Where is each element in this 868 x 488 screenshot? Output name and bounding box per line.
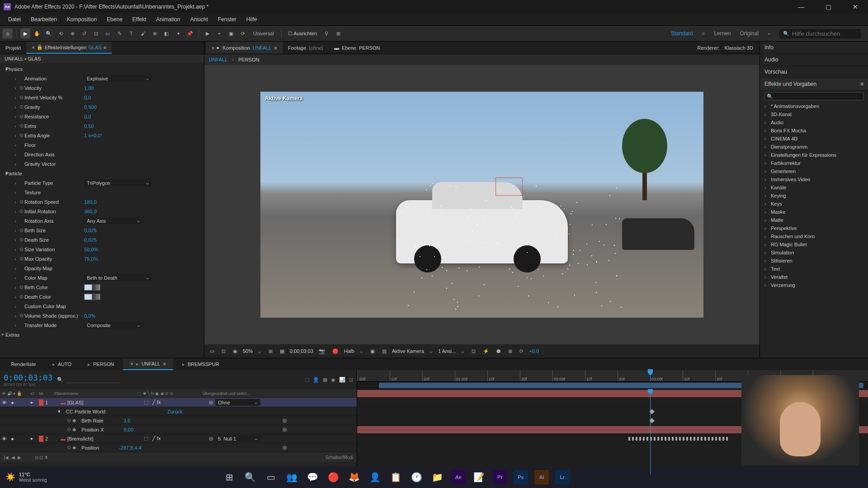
exposure-value[interactable]: +0,0 xyxy=(529,348,539,354)
layer-row[interactable]: ⊙ ◆Position X0,00◎ xyxy=(0,425,357,434)
grid-icon[interactable]: ⊞ xyxy=(267,347,274,355)
refresh-icon[interactable]: ⟳ xyxy=(518,347,525,355)
effects-search-input[interactable] xyxy=(764,92,863,100)
shy-icon[interactable]: 👤 xyxy=(313,377,319,383)
mask-tool[interactable]: ▭ xyxy=(103,28,113,38)
magnify-icon[interactable]: ▭ xyxy=(208,347,216,355)
effect-cat-audio[interactable]: Audio xyxy=(760,118,868,127)
prop-resistance[interactable]: ›⊙Resistance0,0 xyxy=(0,112,204,121)
taskbar-ai[interactable]: Ai xyxy=(533,468,551,486)
zoom-tool[interactable]: 🔍 xyxy=(44,28,54,38)
tab-composition[interactable]: × ▸ Komposition UNFALL ≡ xyxy=(206,42,283,54)
workspace-more-icon[interactable]: » xyxy=(768,31,770,36)
brush-tool[interactable]: 🖌 xyxy=(138,28,148,38)
prop-opacity-map[interactable]: ›Opacity Map xyxy=(0,263,204,273)
type-tool[interactable]: T xyxy=(126,28,136,38)
prop-birth-color[interactable]: ›⊙Birth Color xyxy=(0,282,204,292)
effect-cat-text[interactable]: Text xyxy=(760,265,868,273)
panel-audio[interactable]: Audio xyxy=(760,54,868,66)
tab-layer[interactable]: ▬ Ebene PERSON xyxy=(329,42,385,54)
taskbar-ps[interactable]: Ps xyxy=(512,468,530,486)
orbit-tool[interactable]: ⟲ xyxy=(56,28,66,38)
play-icon[interactable]: ▶ xyxy=(18,455,21,460)
prev-frame-icon[interactable]: ◀ xyxy=(11,455,15,460)
effect-cat-maske[interactable]: Maske xyxy=(760,208,868,216)
mask-icon[interactable]: ◉ xyxy=(231,347,239,355)
resolution-dd[interactable]: Halb xyxy=(344,348,354,354)
timeline-tab-bremsspur[interactable]: ▸ BREMSSPUR xyxy=(175,358,226,370)
effect-cat-immersives-video[interactable]: Immersives Video xyxy=(760,175,868,183)
taskbar-tasks[interactable]: ▭ xyxy=(262,468,280,486)
channel-icon[interactable]: 🔴 xyxy=(330,347,340,355)
prop-rotation-axis[interactable]: ›Rotation AxisAny Axis⌵ xyxy=(0,216,204,225)
panel-menu-icon[interactable]: ≡ xyxy=(104,45,106,50)
snapshot-icon[interactable]: 📷 xyxy=(317,347,327,355)
taskbar-notes[interactable]: 📝 xyxy=(470,468,488,486)
hand-tool[interactable]: ✋ xyxy=(32,28,42,38)
tab-effect-controls[interactable]: × 🔒 Effekteinstellungen GLAS ≡ xyxy=(26,42,112,54)
res-dd-icon[interactable]: ⌵ xyxy=(358,347,365,355)
comp-flow-icon[interactable]: ⬚ xyxy=(305,377,309,383)
effect-cat-kan-le[interactable]: Kanäle xyxy=(760,183,868,192)
taskbar-search[interactable]: 🔍 xyxy=(241,468,259,486)
playhead[interactable] xyxy=(650,370,651,381)
motion-blur-icon[interactable]: ◉ xyxy=(331,377,335,383)
pen-tool[interactable]: ✎ xyxy=(114,28,124,38)
alpha-icon[interactable]: ⊡ xyxy=(220,347,227,355)
prop-floor[interactable]: ›Floor xyxy=(0,140,204,150)
panel-effects-presets[interactable]: Effekte und Vorgaben ≡ xyxy=(760,78,868,90)
effect-cat-boris-fx-mocha[interactable]: Boris FX Mocha xyxy=(760,127,868,135)
effect-cat-keys[interactable]: Keys xyxy=(760,200,868,208)
layer-search-input[interactable] xyxy=(66,376,120,383)
effect-cat-veraltet[interactable]: Veraltet xyxy=(760,273,868,281)
switches-mode[interactable]: Schalter/Modi xyxy=(326,455,353,460)
layer-row[interactable]: ⊙ ◆Birth Rate3,6◎ xyxy=(0,416,357,425)
snap-opt-icon[interactable]: ⚲ xyxy=(321,28,331,38)
taskbar-files[interactable]: 📁 xyxy=(429,468,447,486)
box-tool[interactable]: ▣ xyxy=(226,28,236,38)
guide-icon[interactable]: ▦ xyxy=(278,347,286,355)
menu-ansicht[interactable]: Ansicht xyxy=(186,15,212,24)
workspace-lernen[interactable]: Lernen xyxy=(714,30,731,37)
layer-row[interactable]: 👁 ● ▸1▬[GLAS]⬚ ╱ fx◎ Ohne⌵ xyxy=(0,398,357,407)
eraser-tool[interactable]: ◧ xyxy=(161,28,171,38)
prop-animation[interactable]: ›AnimationExplosive⌵ xyxy=(0,74,204,83)
taskbar-app1[interactable]: 👤 xyxy=(366,468,384,486)
snap-grid-icon[interactable]: ⊞ xyxy=(333,28,343,38)
tab-footage[interactable]: Footage (ohne) xyxy=(283,42,329,54)
menu-datei[interactable]: Datei xyxy=(4,15,25,24)
composition-viewer[interactable]: Aktive Kamera xyxy=(204,65,760,344)
prop-volume-shade-approx-[interactable]: ›⊙Volume Shade (approx.)0,0% xyxy=(0,311,204,320)
taskbar-opera[interactable]: 🔴 xyxy=(325,468,343,486)
taskbar-teams[interactable]: 👥 xyxy=(283,468,301,486)
minimize-button[interactable]: — xyxy=(792,3,810,10)
layer-row[interactable]: ⊙ ◆Position-287,8,4,4◎ xyxy=(0,443,357,452)
layer-row[interactable]: 👁 ● ▸2▬[Bremslicht]⬚ ╱ fx◎ 5. Null 1⌵ xyxy=(0,434,357,443)
transparency-icon[interactable]: ▨ xyxy=(380,347,388,355)
prop-death-size[interactable]: ›⊙Death Size0,025 xyxy=(0,235,204,244)
camera-tool[interactable]: ↺ xyxy=(79,28,89,38)
goto-start-icon[interactable]: |◀ xyxy=(4,455,9,460)
effect-cat-rauschen-und-korn[interactable]: Rauschen und Korn xyxy=(760,232,868,240)
effect-cat-matte[interactable]: Matte xyxy=(760,216,868,224)
prop-transfer-mode[interactable]: ›Transfer ModeComposite⌵ xyxy=(0,320,204,330)
brain-icon[interactable]: ⊡ xyxy=(349,377,353,383)
pan-behind-tool[interactable]: ⊡ xyxy=(91,28,101,38)
prop-custom-color-map[interactable]: ›Custom Color Map xyxy=(0,301,204,311)
prop-group-particle[interactable]: ▾Particle xyxy=(0,169,204,178)
effect-cat-rg-magic-bullet[interactable]: RG Magic Bullet xyxy=(760,240,868,249)
prop-death-color[interactable]: ›⊙Death Color xyxy=(0,292,204,301)
timeline-timecode[interactable]: 0;00;03;03 xyxy=(4,373,52,382)
refresh-icon[interactable]: ⟳ xyxy=(238,28,248,38)
timeline-tab-auto[interactable]: ▸ AUTO xyxy=(45,358,79,370)
effect-cat-generieren[interactable]: Generieren xyxy=(760,167,868,175)
nav-parent[interactable]: PERSON xyxy=(238,57,259,62)
maximize-button[interactable]: ▢ xyxy=(819,3,837,10)
prop-group-extras[interactable]: ▾Extras xyxy=(0,330,204,339)
help-search[interactable]: 🔍 xyxy=(779,29,861,38)
taskbar-lr[interactable]: Lr xyxy=(553,468,571,486)
prop-velocity[interactable]: ›⊙Velocity1,00 xyxy=(0,83,204,93)
panel-info[interactable]: Info xyxy=(760,42,868,54)
renderer-display[interactable]: Renderer: Klassisch 3D xyxy=(693,45,758,51)
viewer-timecode[interactable]: 0;00;03;03 xyxy=(290,348,313,354)
